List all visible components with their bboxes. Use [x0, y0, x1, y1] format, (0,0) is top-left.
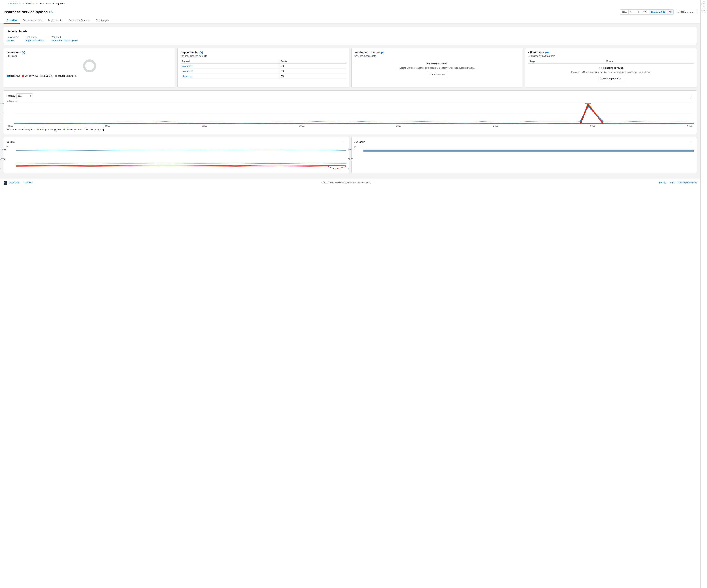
donut-chart-container	[7, 59, 172, 73]
x-label-0330: 03:30	[687, 125, 692, 127]
metrics-grid: Operations (5) SLI Health Healthy (0)	[4, 48, 697, 87]
latency-label: Latency	[7, 95, 15, 97]
availability-y-labels: 100.00 50.00 0	[348, 148, 354, 170]
timezone-select[interactable]: UTC timezone ▾	[676, 10, 697, 14]
dependencies-card: Dependencies (6) Top dependencies by fau…	[177, 48, 349, 87]
latency-chart-header: Latency p99 p50 p90 p99.9 Average ⋮	[7, 94, 694, 98]
menu-icon[interactable]: ☰	[3, 2, 6, 6]
volume-title: Volume	[7, 141, 14, 143]
client-pages-empty-title: No client pages found	[530, 67, 692, 69]
privacy-link[interactable]: Privacy	[659, 181, 666, 184]
latency-select[interactable]: p99 p50 p90 p99.9 Average	[16, 94, 33, 98]
footer: >_ CloudShell Feedback © 2024, Amazon We…	[0, 179, 701, 186]
no-slo-dot	[40, 75, 42, 77]
dependencies-label: Dependencies	[180, 51, 200, 54]
dependencies-table: Depend... Faults postgresql0%postgresql0…	[180, 60, 346, 79]
avail-y-100: 100.00	[348, 148, 354, 150]
client-pages-table: Page Errors	[528, 60, 694, 64]
x-label-2130: 21:30	[493, 125, 498, 127]
bottom-charts: Volume ⋮ # 134.00 67.00 0	[4, 137, 697, 176]
terms-link[interactable]: Terms	[669, 181, 675, 184]
avail-y-50: 50.00	[348, 158, 354, 160]
time-1h[interactable]: 1h	[629, 10, 635, 14]
page-wrapper: ☰ CloudWatch › Services › insurance-serv…	[0, 0, 701, 588]
availability-title: Availability	[355, 141, 366, 143]
legend-postgresql: postgresql	[91, 128, 104, 131]
legend-color-discovery	[63, 128, 65, 131]
footer-copyright: © 2024, Amazon Web Services, Inc. or its…	[322, 181, 371, 184]
dep-faults-cell: 0%	[279, 69, 346, 74]
time-3h[interactable]: 3h	[635, 10, 641, 14]
nav-cloudwatch[interactable]: CloudWatch	[8, 2, 21, 5]
cloudshell-link[interactable]: CloudShell	[9, 181, 19, 184]
tab-service-operations[interactable]: Service operations	[20, 17, 45, 24]
time-custom[interactable]: Custom (1d)	[649, 10, 667, 14]
unhealthy-dot	[22, 75, 24, 77]
availability-more-button[interactable]: ⋮	[689, 140, 694, 144]
client-pages-title: Client Pages (0)	[528, 51, 694, 54]
tab-synthetics-canaries[interactable]: Synthetics Canaries	[66, 17, 93, 24]
cookie-preferences-link[interactable]: Cookie preferences	[678, 181, 697, 184]
legend-color-insurance	[7, 128, 8, 131]
synthetics-empty: No canaries found Create Synthetic canar…	[355, 60, 520, 80]
operations-card: Operations (5) SLI Health Healthy (0)	[4, 48, 175, 87]
availability-chart-card: Availability ⋮ % 100.00 50.00 0	[351, 137, 697, 173]
nav-current: insurance-service-python	[39, 2, 65, 5]
service-details-title: Service Details	[7, 30, 694, 33]
time-12h[interactable]: 12h	[641, 10, 649, 14]
nav-services[interactable]: Services	[26, 2, 35, 5]
dep-name-cell[interactable]: postgresql	[180, 64, 279, 69]
dep-col1-header: Depend...	[180, 60, 279, 64]
namespace-value[interactable]: default	[7, 39, 14, 42]
y-label-228: 228	[0, 103, 4, 105]
legend-unhealthy: Unhealthy (0)	[22, 75, 38, 77]
create-app-monitor-button[interactable]: Create app monitor	[598, 76, 624, 81]
legend-label-postgresql: postgresql	[94, 128, 104, 131]
help-icon[interactable]: ?	[701, 1, 706, 6]
x-label-0930: 09:30	[105, 125, 110, 127]
right-panel: ? ⚙	[701, 0, 707, 588]
healthy-dot	[7, 75, 8, 77]
volume-y-labels: 134.00 67.00 0	[0, 148, 6, 170]
time-30m[interactable]: 30m	[620, 10, 629, 14]
operations-title: Operations (5)	[7, 51, 172, 54]
x-label-1530: 15:30	[299, 125, 304, 127]
eks-value[interactable]: app-signals-demo	[26, 39, 44, 42]
feedback-link[interactable]: Feedback	[24, 181, 33, 184]
page-title-text: insurance-service-python	[4, 10, 48, 14]
volume-more-button[interactable]: ⋮	[341, 140, 346, 144]
namespace-label: Namespace	[7, 36, 18, 38]
tab-client-pages[interactable]: Client pages	[93, 17, 112, 24]
tab-dependencies[interactable]: Dependencies	[45, 17, 66, 24]
latency-chart-card: Latency p99 p50 p90 p99.9 Average ⋮ Mill…	[4, 90, 697, 134]
latency-select-group: Latency p99 p50 p90 p99.9 Average	[7, 94, 33, 98]
dep-name-cell[interactable]: discover...	[180, 74, 279, 79]
dep-faults-cell: 0%	[279, 64, 346, 69]
dep-faults-cell: 0%	[279, 74, 346, 79]
insufficient-dot	[56, 75, 57, 77]
client-pages-label: Client Pages	[528, 51, 545, 54]
client-pages-empty: No client pages found Create a RUM app m…	[528, 64, 694, 84]
volume-chart-header: Volume ⋮	[7, 140, 346, 144]
create-canary-button[interactable]: Create canary	[427, 72, 447, 77]
synthetics-empty-desc: Create Synthetic canaries to proactively…	[356, 67, 518, 70]
synthetics-empty-title: No canaries found	[356, 62, 518, 65]
settings-icon[interactable]: ⚙	[701, 8, 706, 13]
table-row: discover...0%	[180, 74, 346, 79]
volume-chart-svg	[16, 148, 346, 170]
nav-sep-1: ›	[23, 2, 24, 5]
info-link[interactable]: Info	[49, 11, 53, 13]
footer-feedback-sep: Feedback	[24, 181, 33, 184]
workload-value[interactable]: insurance-service-python	[52, 39, 78, 42]
x-label-1230: 12:30	[202, 125, 207, 127]
workload-item: Workload insurance-service-python	[52, 36, 78, 42]
latency-x-labels: 06:30 09:30 12:30 15:30 18:30 21:30 00:3…	[7, 124, 694, 127]
unhealthy-label: Unhealthy (0)	[25, 75, 38, 77]
calendar-btn[interactable]: 📅	[667, 10, 673, 14]
donut-chart	[82, 59, 97, 73]
dep-name-cell[interactable]: postgresql	[180, 69, 279, 74]
latency-more-button[interactable]: ⋮	[689, 94, 694, 98]
tab-overview[interactable]: Overview	[4, 17, 20, 24]
sli-health-label: SLI Health	[7, 55, 172, 57]
client-pages-card: Client Pages (0) Top pages with AJAX err…	[525, 48, 697, 87]
